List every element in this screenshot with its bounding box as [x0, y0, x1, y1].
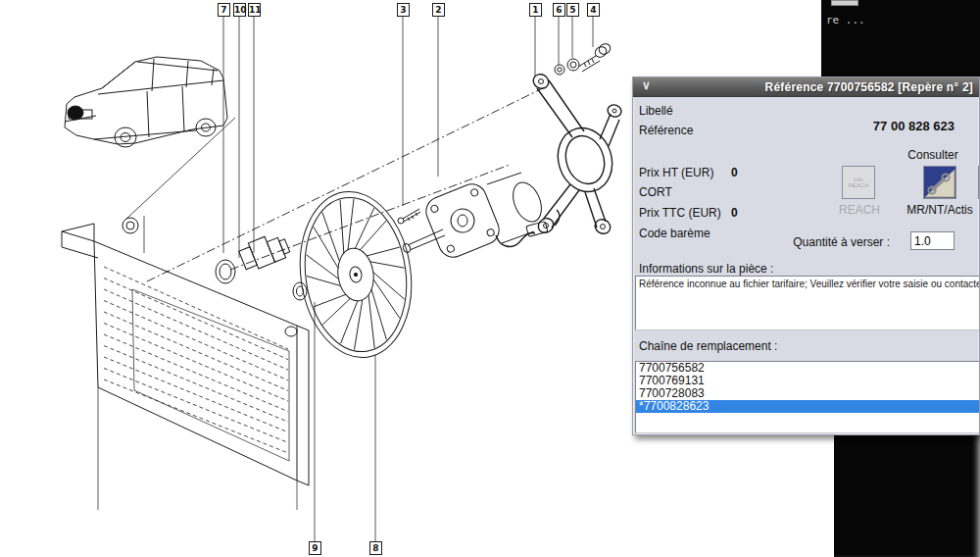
callout-7[interactable]: 7 — [218, 3, 230, 17]
callout-11[interactable]: 11 — [248, 3, 261, 17]
list-item-selected[interactable]: *7700828623 — [636, 400, 979, 413]
fan-motor — [402, 173, 560, 262]
vehicle-thumbnail — [65, 57, 235, 220]
cort-label: CORT — [639, 185, 672, 199]
mrnt-actis-label: MR/NT/Actis — [892, 203, 980, 217]
support-bracket — [531, 72, 623, 236]
callout-8[interactable]: 8 — [369, 541, 382, 555]
prix-ttc-value: 0 — [731, 206, 738, 220]
fan-wheel — [290, 184, 422, 365]
mrnt-actis-button[interactable] — [923, 166, 956, 199]
reference-value: 77 00 828 623 — [873, 119, 955, 133]
wrench-document-icon — [924, 167, 956, 198]
replacement-chain-list: 7700756582 7700769131 7700728083 *770082… — [635, 361, 980, 433]
terminal-window-top[interactable]: re ... — [821, 0, 980, 78]
screw-part — [398, 209, 420, 224]
callout-5[interactable]: 5 — [566, 3, 579, 17]
prix-ttc-label: Prix TTC (EUR) — [639, 206, 721, 220]
quantity-label: Quantité à verser : — [780, 235, 890, 249]
bolt-part — [578, 42, 612, 72]
code-bareme-label: Code barème — [639, 227, 710, 240]
callout-2[interactable]: 2 — [432, 3, 445, 17]
callout-9[interactable]: 9 — [309, 541, 321, 555]
reach-button[interactable]: Info REACH — [842, 166, 875, 199]
info-section-label: Informations sur la pièce : — [639, 262, 773, 276]
dialog-title: Référence 7700756582 [Repère n° 2] — [765, 80, 973, 94]
part-info-message: Référence inconnue au fichier tarifaire;… — [636, 277, 979, 291]
dialog-titlebar[interactable]: ∨ Référence 7700756582 [Repère n° 2] — [633, 77, 979, 97]
reference-dialog: ∨ Référence 7700756582 [Repère n° 2] Lib… — [632, 76, 980, 435]
prix-ht-label: Prix HT (EUR) — [639, 166, 713, 179]
reach-label: REACH — [820, 203, 899, 217]
assembly-axis-lines — [147, 86, 547, 281]
quantity-input[interactable] — [910, 231, 955, 250]
callout-4[interactable]: 4 — [587, 3, 600, 17]
callout-10[interactable]: 10 — [233, 3, 246, 17]
chain-section-label: Chaîne de remplacement : — [639, 339, 777, 353]
reference-label: Référence — [639, 124, 693, 137]
consulter-label: Consulter — [907, 148, 958, 162]
parts-diagram — [0, 0, 637, 557]
chevron-down-icon[interactable]: ∨ — [642, 78, 651, 92]
fastener-hardware — [555, 42, 612, 75]
part-info-box[interactable]: Référence inconnue au fichier tarifaire;… — [635, 276, 980, 330]
prix-ht-value: 0 — [731, 166, 738, 179]
terminal-scrollbar[interactable] — [831, 0, 858, 6]
terminal-text: re ... — [826, 14, 865, 26]
nut-part — [122, 218, 138, 233]
terminal-window-bottom[interactable] — [834, 434, 980, 557]
callout-3[interactable]: 3 — [397, 3, 410, 17]
libelle-label: Libellé — [639, 104, 673, 118]
callout-6[interactable]: 6 — [553, 3, 565, 17]
screen: re ... — [0, 0, 980, 557]
callout-leader-lines — [144, 17, 593, 541]
callout-1[interactable]: 1 — [529, 3, 542, 17]
reach-icon: Info REACH — [843, 177, 874, 188]
radiator — [62, 224, 309, 510]
